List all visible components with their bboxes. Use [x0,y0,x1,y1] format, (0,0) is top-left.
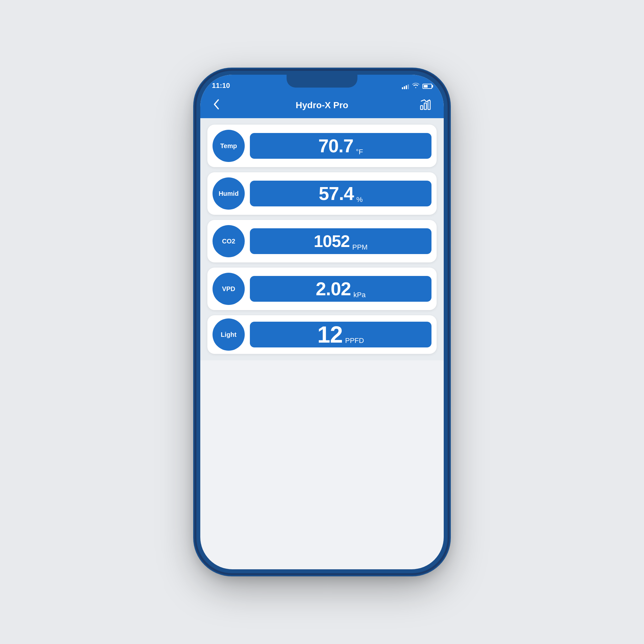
co2-circle: CO2 [213,225,245,257]
co2-card: CO2 1052 PPM [207,220,437,262]
screen: 11:10 [200,75,444,569]
humid-label: Humid [219,190,239,197]
humid-unit: % [356,195,363,206]
wifi-icon [412,82,419,90]
co2-label: CO2 [222,238,235,245]
temp-card: Temp 70.7 °F [207,125,437,167]
temp-value-box: 70.7 °F [250,133,431,159]
svg-rect-0 [421,106,423,109]
humid-card: Humid 57.4 % [207,172,437,215]
content: Temp 70.7 °F Humid 57.4 % [200,118,444,360]
svg-rect-1 [424,103,427,109]
vpd-card: VPD 2.02 kPa [207,268,437,310]
co2-value-box: 1052 PPM [250,228,431,254]
back-button[interactable] [210,96,222,115]
light-unit: PPFD [345,336,364,347]
temp-unit: °F [356,148,363,159]
vpd-unit: kPa [353,291,365,302]
phone: 11:10 [196,71,448,573]
vpd-value-box: 2.02 kPa [250,276,431,302]
battery-icon [422,84,432,89]
light-card: Light 12 PPFD [207,315,437,354]
temp-value: 70.7 [318,137,353,155]
vpd-circle: VPD [213,273,245,305]
light-value: 12 [317,323,343,346]
vpd-value: 2.02 [316,279,351,298]
humid-circle: Humid [213,177,245,210]
light-label: Light [221,331,237,338]
status-icons [402,82,432,90]
nav-bar: Hydro-X Pro [200,92,444,118]
light-circle: Light [213,318,245,351]
light-value-box: 12 PPFD [250,322,431,347]
notch [287,75,357,88]
vpd-label: VPD [222,285,235,293]
signal-icon [402,83,409,89]
scene: 11:10 [0,0,644,644]
co2-unit: PPM [352,243,368,254]
nav-title: Hydro-X Pro [296,100,348,110]
humid-value-box: 57.4 % [250,181,431,206]
temp-label: Temp [220,142,237,150]
chart-button[interactable] [417,96,434,115]
co2-value: 1052 [314,233,350,250]
humid-value: 57.4 [319,184,354,203]
svg-rect-2 [428,100,430,109]
temp-circle: Temp [213,130,245,162]
